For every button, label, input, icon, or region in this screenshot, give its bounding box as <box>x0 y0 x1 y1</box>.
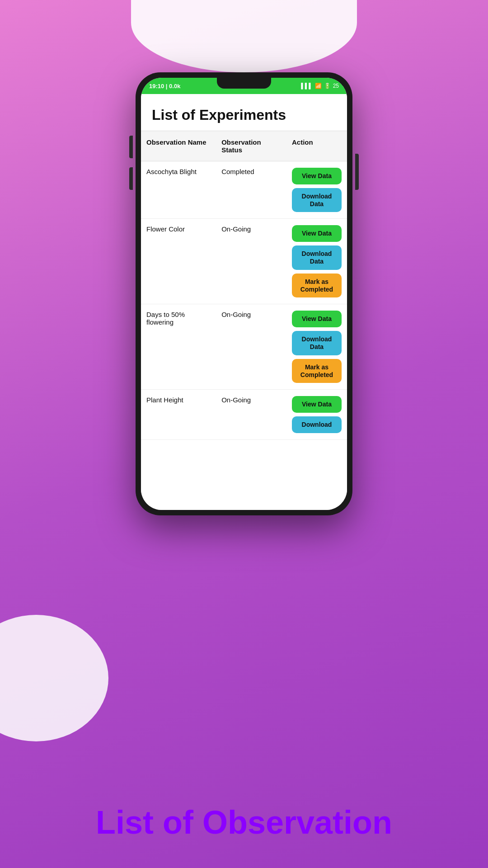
cell-status: Completed <box>216 161 286 219</box>
status-icons: ▌▌▌ 📶 🔋 25 <box>301 83 339 89</box>
phone-frame: 19:10 | 0.0k ▌▌▌ 📶 🔋 25 List of Experime… <box>136 72 352 515</box>
download-data-button[interactable]: Download Data <box>292 188 342 212</box>
cell-action: View DataDownload DataMark as Completed <box>286 304 347 390</box>
view-data-button[interactable]: View Data <box>292 311 342 327</box>
table-header-row: Observation Name Observation Status Acti… <box>141 131 347 161</box>
action-buttons: View DataDownload Data <box>292 168 342 212</box>
blob-top <box>131 0 357 72</box>
action-buttons: View DataDownload DataMark as Completed <box>292 311 342 383</box>
cell-name: Plant Height <box>141 390 216 440</box>
phone-notch <box>217 78 271 89</box>
cell-status: On-Going <box>216 390 286 440</box>
phone-screen: 19:10 | 0.0k ▌▌▌ 📶 🔋 25 List of Experime… <box>141 78 347 510</box>
view-data-button[interactable]: View Data <box>292 168 342 184</box>
cell-name: Days to 50% flowering <box>141 304 216 390</box>
action-buttons: View DataDownload <box>292 396 342 433</box>
blob-bottom-left <box>0 615 108 741</box>
mark-completed-button[interactable]: Mark as Completed <box>292 359 342 383</box>
cell-status: On-Going <box>216 219 286 304</box>
col-header-status: Observation Status <box>216 131 286 161</box>
signal-icon: ▌▌▌ <box>301 83 313 89</box>
table-row: Days to 50% floweringOn-GoingView DataDo… <box>141 304 347 390</box>
cell-name: Ascochyta Blight <box>141 161 216 219</box>
experiments-table: Observation Name Observation Status Acti… <box>141 131 347 440</box>
download-data-button[interactable]: Download <box>292 416 342 433</box>
cell-action: View DataDownload <box>286 390 347 440</box>
app-header: List of Experiments <box>141 94 347 131</box>
col-header-name: Observation Name <box>141 131 216 161</box>
action-buttons: View DataDownload DataMark as Completed <box>292 225 342 297</box>
mark-completed-button[interactable]: Mark as Completed <box>292 274 342 298</box>
app-title: List of Experiments <box>152 107 336 123</box>
table-row: Plant HeightOn-GoingView DataDownload <box>141 390 347 440</box>
cell-status: On-Going <box>216 304 286 390</box>
col-header-action: Action <box>286 131 347 161</box>
download-data-button[interactable]: Download Data <box>292 245 342 270</box>
view-data-button[interactable]: View Data <box>292 396 342 413</box>
cell-action: View DataDownload DataMark as Completed <box>286 219 347 304</box>
cell-name: Flower Color <box>141 219 216 304</box>
status-time: 19:10 | 0.0k <box>149 83 180 90</box>
bottom-label: List of Observation <box>0 804 488 841</box>
wifi-icon: 📶 <box>315 83 322 89</box>
phone-volume-down <box>129 167 133 190</box>
table-container[interactable]: Observation Name Observation Status Acti… <box>141 131 347 510</box>
cell-action: View DataDownload Data <box>286 161 347 219</box>
phone-volume-up <box>129 136 133 158</box>
table-row: Ascochyta BlightCompletedView DataDownlo… <box>141 161 347 219</box>
battery-level: 25 <box>333 83 339 89</box>
table-row: Flower ColorOn-GoingView DataDownload Da… <box>141 219 347 304</box>
view-data-button[interactable]: View Data <box>292 225 342 242</box>
phone-power <box>355 154 359 190</box>
download-data-button[interactable]: Download Data <box>292 331 342 355</box>
battery-icon: 🔋 <box>324 83 331 89</box>
